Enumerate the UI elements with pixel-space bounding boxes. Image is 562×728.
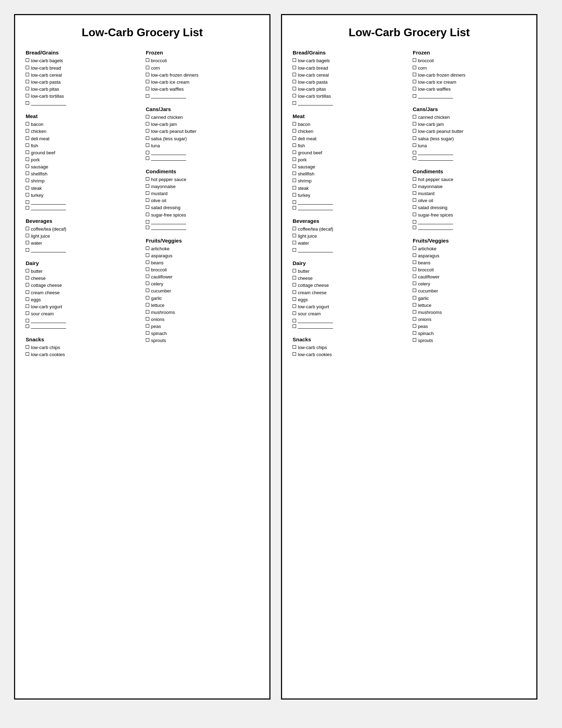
checkbox[interactable] <box>293 165 296 168</box>
checkbox[interactable] <box>413 87 416 90</box>
list-item[interactable]: lettuce <box>413 302 526 309</box>
checkbox[interactable] <box>26 283 29 286</box>
list-item[interactable]: spinach <box>146 330 259 337</box>
list-item[interactable]: sour cream <box>26 310 139 317</box>
checkbox[interactable] <box>146 275 149 278</box>
checkbox[interactable] <box>293 227 296 230</box>
list-item[interactable]: low-carb peanut butter <box>413 128 526 135</box>
list-item[interactable]: canned chicken <box>146 114 259 121</box>
list-item[interactable]: water <box>293 240 406 247</box>
list-item[interactable]: deli meat <box>26 135 139 142</box>
list-item[interactable]: steak <box>26 185 139 192</box>
checkbox[interactable] <box>26 150 29 154</box>
list-item[interactable]: tuna <box>413 142 526 149</box>
list-item[interactable]: light juice <box>26 233 139 240</box>
list-item[interactable]: low-carb bread <box>26 65 139 72</box>
checkbox[interactable] <box>26 234 29 237</box>
list-item[interactable]: olive oil <box>146 197 259 204</box>
checkbox[interactable] <box>293 87 296 90</box>
checkbox[interactable] <box>26 157 29 161</box>
checkbox[interactable] <box>413 324 416 328</box>
list-item[interactable]: salad dressing <box>413 204 526 211</box>
list-item[interactable]: fish <box>293 142 406 149</box>
checkbox[interactable] <box>293 94 296 97</box>
checkbox[interactable] <box>146 184 149 188</box>
blank-item[interactable] <box>26 101 139 105</box>
list-item[interactable]: asparagus <box>146 252 259 259</box>
checkbox[interactable] <box>26 129 29 133</box>
list-item[interactable]: peas <box>413 323 526 330</box>
checkbox[interactable] <box>293 150 296 154</box>
checkbox[interactable] <box>26 345 29 349</box>
checkbox[interactable] <box>293 311 296 315</box>
list-item[interactable]: coffee/tea (decaf) <box>293 226 406 233</box>
checkbox[interactable] <box>413 310 416 314</box>
checkbox[interactable] <box>26 276 29 279</box>
list-item[interactable]: cottage cheese <box>26 282 139 289</box>
checkbox[interactable] <box>146 156 149 160</box>
list-item[interactable]: low-carb ice cream <box>413 79 526 86</box>
checkbox[interactable] <box>146 198 149 202</box>
checkbox[interactable] <box>413 289 416 292</box>
checkbox[interactable] <box>146 220 149 224</box>
checkbox[interactable] <box>413 213 416 216</box>
list-item[interactable]: beans <box>146 259 259 266</box>
list-item[interactable]: low-carb pitas <box>293 86 406 93</box>
list-item[interactable]: low-carb bread <box>293 65 406 72</box>
list-item[interactable]: deli meat <box>293 135 406 142</box>
list-item[interactable]: mayonnaise <box>413 183 526 190</box>
list-item[interactable]: water <box>26 240 139 247</box>
blank-item[interactable] <box>293 318 406 323</box>
list-item[interactable]: peas <box>146 323 259 330</box>
list-item[interactable]: eggs <box>26 296 139 303</box>
list-item[interactable]: cheese <box>26 275 139 282</box>
list-item[interactable]: cheese <box>293 275 406 282</box>
list-item[interactable]: butter <box>293 268 406 275</box>
checkbox[interactable] <box>146 331 149 335</box>
list-item[interactable]: bacon <box>293 121 406 128</box>
checkbox[interactable] <box>26 248 29 252</box>
checkbox[interactable] <box>413 122 416 125</box>
checkbox[interactable] <box>413 226 416 229</box>
checkbox[interactable] <box>146 58 149 62</box>
list-item[interactable]: chicken <box>26 128 139 135</box>
checkbox[interactable] <box>293 129 296 133</box>
list-item[interactable]: low-carb waffles <box>146 86 259 93</box>
checkbox[interactable] <box>413 129 416 133</box>
list-item[interactable]: hot pepper sauce <box>413 176 526 183</box>
checkbox[interactable] <box>146 260 149 264</box>
checkbox[interactable] <box>146 73 149 76</box>
list-item[interactable]: mushrooms <box>413 309 526 316</box>
list-item[interactable]: sausage <box>26 163 139 170</box>
checkbox[interactable] <box>26 297 29 301</box>
checkbox[interactable] <box>293 66 296 69</box>
checkbox[interactable] <box>146 151 149 154</box>
checkbox[interactable] <box>293 324 296 328</box>
checkbox[interactable] <box>413 331 416 335</box>
list-item[interactable]: sour cream <box>293 310 406 317</box>
list-item[interactable]: turkey <box>293 192 406 199</box>
list-item[interactable]: broccoli <box>413 266 526 273</box>
list-item[interactable]: fish <box>26 142 139 149</box>
checkbox[interactable] <box>26 179 29 182</box>
list-item[interactable]: eggs <box>293 296 406 303</box>
checkbox[interactable] <box>146 115 149 118</box>
checkbox[interactable] <box>293 276 296 279</box>
list-item[interactable]: canned chicken <box>413 114 526 121</box>
checkbox[interactable] <box>413 191 416 195</box>
checkbox[interactable] <box>146 177 149 181</box>
list-item[interactable]: salad dressing <box>146 204 259 211</box>
list-item[interactable]: cottage cheese <box>293 282 406 289</box>
checkbox[interactable] <box>413 184 416 188</box>
list-item[interactable]: low-carb tortillas <box>293 93 406 100</box>
list-item[interactable]: garlic <box>146 295 259 302</box>
list-item[interactable]: pork <box>26 156 139 163</box>
blank-item[interactable] <box>146 94 259 98</box>
blank-item[interactable] <box>26 247 139 252</box>
checkbox[interactable] <box>146 205 149 209</box>
checkbox[interactable] <box>413 198 416 202</box>
checkbox[interactable] <box>293 172 296 175</box>
checkbox[interactable] <box>26 319 29 322</box>
list-item[interactable]: broccoli <box>146 266 259 273</box>
checkbox[interactable] <box>26 352 29 356</box>
